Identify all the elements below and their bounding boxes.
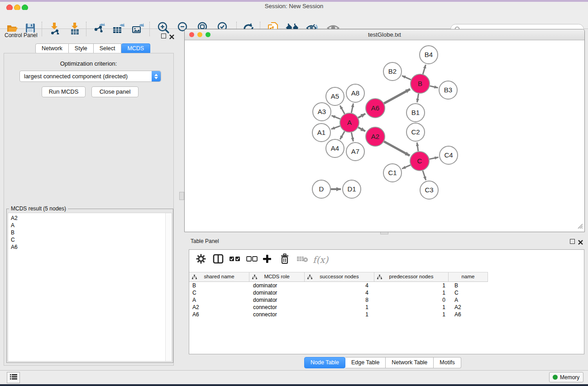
graph-edge-A6-B[interactable] bbox=[384, 89, 410, 103]
select-all-columns-button[interactable] bbox=[229, 253, 241, 266]
graph-edge-A-A1[interactable] bbox=[331, 126, 340, 129]
table-cell[interactable]: 4 bbox=[305, 282, 374, 289]
tab-node-table[interactable]: Node Table bbox=[304, 357, 345, 368]
graph-edge-B-B1[interactable] bbox=[417, 94, 419, 103]
table-cell[interactable]: 1 bbox=[374, 282, 449, 289]
table-row[interactable]: A2 connector 1 1 A2 bbox=[189, 304, 488, 311]
table-panel-float-icon[interactable] bbox=[570, 239, 575, 244]
list-item[interactable]: A2 bbox=[11, 214, 172, 222]
vertical-splitter-grip[interactable] bbox=[179, 192, 184, 200]
table-cell[interactable]: 8 bbox=[305, 296, 374, 304]
graph-edge-A-A4[interactable] bbox=[340, 131, 344, 139]
function-builder-button[interactable]: f(x) bbox=[313, 253, 328, 266]
network-canvas[interactable]: AA1A2A3A4A5A6A7A8BB1B2B3B4CC1C2C3C4DD1 bbox=[185, 40, 583, 231]
split-columns-icon bbox=[213, 253, 224, 266]
criterion-dropdown[interactable]: largest connected component (directed) bbox=[19, 71, 161, 82]
table-cell[interactable]: C bbox=[189, 289, 249, 296]
table-cell[interactable]: 1 bbox=[374, 289, 449, 296]
network-window-titlebar[interactable]: testGlobe.txt bbox=[185, 29, 584, 40]
table-cell[interactable]: 1 bbox=[305, 304, 374, 311]
graph-edge-A-A8[interactable] bbox=[351, 104, 353, 113]
graph-edge-A2-C[interactable] bbox=[384, 142, 410, 156]
export-table-button[interactable] bbox=[110, 21, 127, 37]
import-network-icon bbox=[49, 22, 61, 36]
control-panel-float-icon[interactable] bbox=[161, 33, 166, 38]
table-cell[interactable]: connector bbox=[249, 311, 305, 318]
graph-node-label-C4: C4 bbox=[444, 151, 453, 159]
tab-network[interactable]: Network bbox=[35, 43, 69, 54]
table-cell[interactable]: dominator bbox=[249, 289, 305, 296]
table-cell[interactable]: A2 bbox=[189, 304, 249, 311]
tab-edge-table[interactable]: Edge Table bbox=[345, 357, 386, 368]
column-header-shared-name[interactable]: shared name bbox=[189, 272, 249, 281]
list-item[interactable]: A bbox=[11, 222, 172, 229]
graph-edge-A-A3[interactable] bbox=[331, 115, 340, 119]
tab-motifs[interactable]: Motifs bbox=[434, 357, 461, 368]
list-item[interactable]: C bbox=[11, 236, 172, 243]
table-panel-close-icon[interactable] bbox=[578, 238, 583, 243]
column-header-predecessor-nodes[interactable]: predecessor nodes bbox=[374, 272, 449, 281]
table-cell[interactable]: A bbox=[189, 296, 249, 304]
delete-table-button[interactable] bbox=[296, 253, 308, 266]
tab-style[interactable]: Style bbox=[69, 43, 94, 54]
graph-node-label-B1: B1 bbox=[411, 109, 420, 116]
graph-edge-C-C1[interactable] bbox=[402, 165, 411, 169]
scrollbar-track[interactable] bbox=[165, 213, 172, 361]
graph-edge-C-C3[interactable] bbox=[423, 171, 426, 180]
table-cell[interactable]: A6 bbox=[449, 311, 488, 318]
table-row[interactable]: A dominator 8 0 A bbox=[189, 296, 488, 304]
table-cell[interactable]: A2 bbox=[449, 304, 488, 311]
table-cell[interactable]: C bbox=[449, 289, 488, 296]
tab-network-table[interactable]: Network Table bbox=[386, 357, 434, 368]
column-header-name[interactable]: name bbox=[449, 272, 488, 281]
column-settings-button[interactable] bbox=[196, 253, 206, 266]
tab-select[interactable]: Select bbox=[94, 43, 122, 54]
graph-edge-C-C2[interactable] bbox=[417, 143, 418, 151]
graph-edge-A-A6[interactable] bbox=[358, 114, 365, 118]
table-row[interactable]: A6 connector 1 1 A6 bbox=[189, 311, 488, 318]
import-table-icon bbox=[69, 22, 81, 36]
column-header-successor-nodes[interactable]: successor nodes bbox=[305, 272, 374, 281]
graph-edge-A-A5[interactable] bbox=[340, 105, 344, 114]
graph-edge-A-A7[interactable] bbox=[351, 133, 353, 142]
table-cell[interactable]: connector bbox=[249, 304, 305, 311]
table-cell[interactable]: dominator bbox=[249, 296, 305, 304]
graph-node-label-A8: A8 bbox=[351, 89, 359, 97]
window-resize-grip[interactable] bbox=[577, 223, 583, 231]
column-header-mcds-role[interactable]: MCDS role bbox=[249, 272, 305, 281]
table-cell[interactable]: dominator bbox=[249, 282, 305, 289]
run-mcds-button[interactable]: Run MCDS bbox=[42, 86, 86, 97]
control-panel-close-icon[interactable] bbox=[169, 33, 174, 38]
table-cell[interactable]: A6 bbox=[189, 311, 249, 318]
graph-edge-B-B3[interactable] bbox=[430, 86, 438, 88]
tab-mcds[interactable]: MCDS bbox=[121, 43, 150, 54]
table-cell[interactable]: B bbox=[189, 282, 249, 289]
memory-status-button[interactable]: Memory bbox=[549, 372, 583, 382]
import-table-button[interactable] bbox=[66, 21, 83, 37]
table-cell[interactable]: 1 bbox=[374, 304, 449, 311]
import-network-button[interactable] bbox=[46, 21, 63, 37]
graph-edge-C-C4[interactable] bbox=[430, 157, 439, 159]
task-history-button[interactable] bbox=[7, 372, 20, 383]
table-cell[interactable]: 1 bbox=[305, 311, 374, 318]
table-cell[interactable]: B bbox=[449, 282, 488, 289]
graph-edge-B-B4[interactable] bbox=[423, 65, 425, 74]
table-row[interactable]: C dominator 4 1 C bbox=[189, 289, 488, 296]
deselect-all-columns-button[interactable] bbox=[246, 253, 258, 266]
close-panel-button[interactable]: Close panel bbox=[91, 86, 139, 97]
list-item[interactable]: B bbox=[11, 229, 172, 236]
export-image-button[interactable] bbox=[129, 21, 146, 37]
delete-column-button[interactable] bbox=[280, 253, 290, 266]
table-cell[interactable]: 0 bbox=[374, 296, 449, 304]
graph-edge-B-B2[interactable] bbox=[402, 76, 411, 80]
toggle-column-panel-button[interactable] bbox=[213, 253, 224, 266]
table-cell[interactable]: 1 bbox=[374, 311, 449, 318]
export-network-button[interactable] bbox=[91, 21, 108, 37]
table-cell[interactable]: 4 bbox=[305, 289, 374, 296]
graph-edge-A-A2[interactable] bbox=[358, 128, 365, 132]
add-column-button[interactable] bbox=[263, 253, 272, 266]
list-item[interactable]: A6 bbox=[11, 243, 172, 251]
table-panel-title: Table Panel bbox=[191, 238, 219, 244]
table-row[interactable]: B dominator 4 1 B bbox=[189, 282, 488, 289]
table-cell[interactable]: A bbox=[449, 296, 488, 304]
